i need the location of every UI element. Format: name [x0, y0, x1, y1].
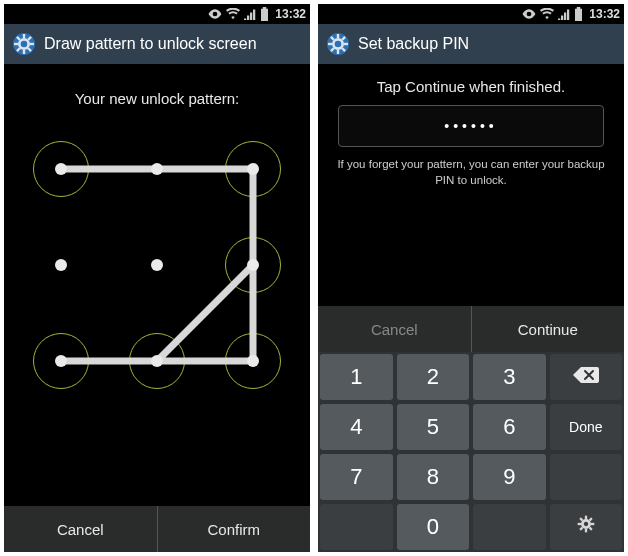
key-blank-3 [473, 504, 546, 550]
wifi-icon [226, 8, 240, 20]
svg-rect-12 [337, 34, 339, 38]
svg-rect-24 [577, 523, 580, 525]
pin-buttons: Cancel Continue [318, 306, 624, 352]
pin-subtitle: Tap Continue when finished. [318, 78, 624, 95]
key-8[interactable]: 8 [397, 454, 470, 500]
svg-rect-22 [585, 516, 587, 519]
svg-point-10 [21, 41, 28, 48]
svg-point-21 [335, 41, 342, 48]
pin-input[interactable]: •••••• [338, 105, 604, 147]
svg-rect-2 [23, 50, 25, 54]
pin-hint: If you forget your pattern, you can ente… [328, 157, 614, 188]
pattern-dot-1[interactable] [55, 163, 67, 175]
wifi-icon [540, 8, 554, 20]
pattern-subtitle: Your new unlock pattern: [4, 90, 310, 107]
pattern-dot-9[interactable] [247, 355, 259, 367]
key-1[interactable]: 1 [320, 354, 393, 400]
svg-rect-3 [14, 43, 18, 45]
status-time: 13:32 [589, 7, 620, 21]
gear-icon [576, 514, 596, 540]
key-3[interactable]: 3 [473, 354, 546, 400]
screenshot-stage: 13:32 [0, 0, 628, 556]
key-4[interactable]: 4 [320, 404, 393, 450]
settings-icon [326, 32, 350, 56]
continue-button[interactable]: Continue [472, 306, 625, 352]
phone-pin: 13:32 [318, 4, 624, 552]
pattern-dot-8[interactable] [151, 355, 163, 367]
key-settings[interactable] [550, 504, 623, 550]
pin-value: •••••• [444, 118, 497, 134]
pattern-dot-6[interactable] [247, 259, 259, 271]
key-blank-2 [320, 504, 393, 550]
svg-rect-15 [344, 43, 348, 45]
pattern-buttons: Cancel Confirm [4, 506, 310, 552]
status-bar: 13:32 [4, 4, 310, 24]
backspace-icon [572, 364, 600, 390]
key-6[interactable]: 6 [473, 404, 546, 450]
key-9[interactable]: 9 [473, 454, 546, 500]
key-blank-1 [550, 454, 623, 500]
eye-icon [522, 8, 536, 20]
signal-icon [244, 8, 256, 20]
pattern-grid[interactable] [37, 145, 277, 385]
svg-point-31 [584, 522, 588, 526]
status-bar: 13:32 [318, 4, 624, 24]
cancel-button[interactable]: Cancel [318, 306, 471, 352]
key-7[interactable]: 7 [320, 454, 393, 500]
svg-rect-4 [30, 43, 34, 45]
pattern-dot-2[interactable] [151, 163, 163, 175]
key-done[interactable]: Done [550, 404, 623, 450]
key-2[interactable]: 2 [397, 354, 470, 400]
svg-rect-25 [591, 523, 594, 525]
header-title: Draw pattern to unlock screen [44, 35, 257, 53]
battery-icon [260, 7, 269, 21]
header: Set backup PIN [318, 24, 624, 64]
pattern-dot-3[interactable] [247, 163, 259, 175]
header: Draw pattern to unlock screen [4, 24, 310, 64]
svg-rect-23 [585, 529, 587, 532]
confirm-button[interactable]: Confirm [158, 506, 311, 552]
signal-icon [558, 8, 570, 20]
pin-content: Tap Continue when finished. •••••• If yo… [318, 64, 624, 306]
pattern-content: Your new unlock pattern: [4, 64, 310, 506]
numeric-keypad: 1 2 3 4 5 6 Done 7 [318, 352, 624, 552]
battery-icon [574, 7, 583, 21]
svg-rect-14 [328, 43, 332, 45]
pattern-dot-5[interactable] [151, 259, 163, 271]
eye-icon [208, 8, 222, 20]
key-0[interactable]: 0 [397, 504, 470, 550]
svg-rect-1 [23, 34, 25, 38]
status-time: 13:32 [275, 7, 306, 21]
phone-pattern: 13:32 [4, 4, 310, 552]
key-5[interactable]: 5 [397, 404, 470, 450]
key-backspace[interactable] [550, 354, 623, 400]
cancel-button[interactable]: Cancel [4, 506, 157, 552]
header-title: Set backup PIN [358, 35, 469, 53]
pattern-dot-4[interactable] [55, 259, 67, 271]
svg-rect-13 [337, 50, 339, 54]
settings-icon [12, 32, 36, 56]
pattern-dot-7[interactable] [55, 355, 67, 367]
